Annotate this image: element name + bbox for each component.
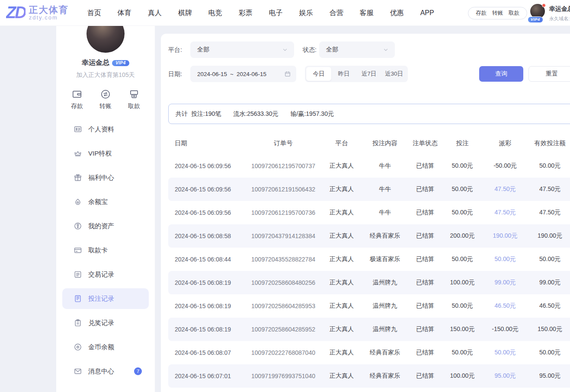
sidebar-item-coin-balance[interactable]: 金币余额 (56, 335, 155, 359)
cell-platform: 正大真人 (324, 232, 359, 240)
col-order: 订单号 (242, 139, 324, 147)
vip-badge: VIP4 (528, 16, 543, 23)
sidebar-item-label: 投注记录 (88, 295, 114, 303)
table-row: 2024-06-15 06:08:44 1009720435528822784 … (168, 248, 570, 271)
sidebar-item-redeem-records[interactable]: 兑奖记录 (56, 311, 155, 335)
cell-payout: 47.50元 (485, 185, 525, 193)
withdraw-button[interactable]: 取款 (128, 89, 140, 110)
cell-payout: -50.00元 (485, 162, 525, 170)
cell-valid: 46.50元 (525, 302, 570, 310)
table-row: 2024-06-15 06:08:58 1009720437914128384 … (168, 224, 570, 248)
brand-name: 正大体育 (29, 5, 69, 15)
user-chip[interactable]: VIP4 幸运金总 永久域名: (530, 4, 570, 22)
main-nav: 首页 体育 真人 棋牌 电竞 彩票 电子 娱乐 合营 客服 优惠 APP (79, 0, 442, 26)
cell-date: 2024-06-15 06:07:01 (168, 373, 242, 379)
nav-item-lottery[interactable]: 彩票 (231, 0, 261, 26)
sidebar-item-label: 兑奖记录 (88, 319, 114, 327)
sidebar-item-transactions[interactable]: 交易记录 (56, 262, 155, 287)
nav-item-live[interactable]: 真人 (140, 0, 170, 26)
nav-item-app[interactable]: APP (412, 0, 442, 26)
cell-platform: 正大真人 (324, 349, 359, 357)
table-row: 2024-06-15 06:07:01 1009719976993751040 … (168, 364, 570, 388)
cell-platform: 正大真人 (324, 325, 359, 333)
transfer-button[interactable]: 转账 (99, 89, 112, 110)
sidebar-item-withdraw-card[interactable]: 取款卡 (56, 238, 155, 262)
nav-item-entertainment[interactable]: 娱乐 (291, 0, 321, 26)
sidebar-item-messages[interactable]: 消息中心 7 (56, 359, 155, 383)
cell-date: 2024-06-15 06:08:19 (168, 326, 242, 333)
sidebar-item-bet-records[interactable]: 投注记录 (62, 288, 149, 309)
cell-date: 2024-06-15 06:08:44 (168, 256, 242, 263)
top-navbar: ZD 正大体育 zdty.com 首页 体育 真人 棋牌 电竞 彩票 电子 娱乐… (0, 0, 570, 26)
platform-select[interactable]: 全部 (190, 41, 294, 58)
nav-item-affiliate[interactable]: 合营 (321, 0, 352, 26)
reset-button[interactable]: 重置 (528, 66, 570, 82)
table-row: 2024-06-15 06:09:56 1009720612195700736 … (168, 201, 570, 224)
join-days-text: 加入正大体育第105天 (76, 71, 134, 79)
sidebar-item-label: 余额宝 (88, 198, 108, 206)
transfer-link[interactable]: 转账 (492, 10, 503, 17)
sidebar-item-welfare[interactable]: 福利中心 (56, 166, 155, 190)
withdraw-link[interactable]: 取款 (509, 10, 519, 17)
date-range-picker[interactable]: 2024-06-15 ~ 2024-06-15 (190, 66, 296, 82)
range-7days-chip[interactable]: 近7日 (356, 67, 381, 81)
permanent-domain-label: 永久域名: (549, 16, 570, 22)
date-filter-label: 日期: (168, 66, 182, 82)
cell-platform: 正大真人 (324, 302, 359, 310)
table-header-row: 日期 订单号 平台 投注内容 注单状态 投注 派彩 有效投注额 (168, 132, 570, 154)
sidebar-item-label: 我的资产 (88, 222, 114, 230)
cell-date: 2024-06-15 06:08:19 (168, 279, 242, 286)
sidebar-item-profile[interactable]: 个人资料 (56, 117, 155, 141)
range-30days-chip[interactable]: 近30日 (381, 67, 407, 81)
cell-platform: 正大真人 (324, 279, 359, 287)
envelope-icon (74, 367, 82, 376)
quick-actions: 存款 转账 取款 (56, 89, 155, 110)
cell-date: 2024-06-15 06:08:19 (168, 303, 242, 309)
table-row: 2024-06-15 06:08:19 1009720258604285952 … (168, 318, 570, 341)
deposit-link[interactable]: 存款 (476, 10, 487, 17)
cell-platform: 正大真人 (324, 255, 359, 263)
sidebar-item-label: 福利中心 (88, 174, 114, 182)
nav-item-promo[interactable]: 优惠 (382, 0, 412, 26)
cell-valid: 190.00元 (525, 232, 570, 240)
sidebar-item-vip[interactable]: VIP特权 (56, 141, 155, 166)
summary-turnover: 流水:25633.30元 (233, 110, 278, 118)
nav-item-chess[interactable]: 棋牌 (170, 0, 200, 26)
nav-item-esports[interactable]: 电竞 (200, 0, 231, 26)
id-card-icon (74, 125, 82, 134)
cell-bet: 50.00元 (439, 302, 485, 310)
cell-order: 1009720437914128384 (242, 233, 324, 239)
sidebar-item-assets[interactable]: 我的资产 (56, 214, 155, 238)
search-button[interactable]: 查询 (479, 66, 523, 82)
cell-date: 2024-06-15 06:08:58 (168, 233, 242, 239)
cell-status: 已结算 (411, 162, 439, 170)
nav-item-sports[interactable]: 体育 (109, 0, 140, 26)
cell-bet: 150.00元 (439, 325, 485, 333)
nav-item-service[interactable]: 客服 (352, 0, 382, 26)
cell-date: 2024-06-15 06:09:56 (168, 186, 242, 193)
range-yesterday-chip[interactable]: 昨日 (331, 67, 356, 81)
cell-content: 经典百家乐 (359, 372, 411, 380)
cell-platform: 正大真人 (324, 185, 359, 193)
profile-avatar[interactable] (86, 26, 125, 53)
status-select[interactable]: 全部 (319, 41, 395, 58)
cell-bet: 50.00元 (439, 185, 485, 193)
deposit-button[interactable]: 存款 (71, 89, 83, 110)
crown-icon (74, 149, 82, 158)
sidebar-item-yuebao[interactable]: 余额宝 (56, 190, 155, 214)
range-today-chip[interactable]: 今日 (306, 67, 331, 81)
sidebar-item-feedback[interactable]: 意见反馈 (56, 383, 155, 392)
cell-bet: 50.00元 (439, 349, 485, 357)
brand-logo[interactable]: ZD 正大体育 zdty.com (6, 3, 69, 22)
cell-order: 1009720258608480256 (242, 279, 324, 286)
nav-item-home[interactable]: 首页 (79, 0, 109, 26)
profile-sidebar: 幸运金总 VIP4 加入正大体育第105天 存款 转账 取款 (56, 26, 155, 392)
deposit-label: 存款 (71, 102, 83, 110)
clipboard-icon (74, 319, 82, 327)
col-platform: 平台 (324, 139, 359, 147)
coin-icon (74, 343, 82, 351)
cell-valid: 150.00元 (525, 325, 570, 333)
sidebar-item-label: 个人资料 (88, 125, 114, 134)
nav-item-slots[interactable]: 电子 (261, 0, 291, 26)
message-count-badge: 7 (134, 367, 142, 375)
